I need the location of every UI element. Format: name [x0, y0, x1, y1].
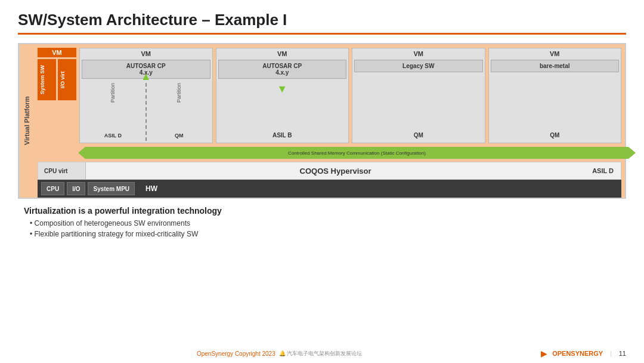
vm3-label: VM: [354, 50, 483, 57]
footer-divider: |: [610, 350, 612, 357]
bullet-2: • Flexible partitioning strategy for mix…: [30, 229, 620, 239]
vm2-label: VM: [218, 50, 347, 57]
bottom-text: Virtualization is a powerful integration…: [18, 206, 626, 239]
vm2-content: AUTOSAR CP4.x.y: [218, 60, 347, 79]
partition-label-1: Partition: [110, 83, 116, 103]
vm4-bottom: QM: [550, 132, 559, 139]
hw-cpu: CPU: [41, 182, 64, 195]
shared-memory-label: Controlled Shared Memory Communication (…: [288, 150, 426, 156]
vm-block-3: VM Legacy SW QM: [352, 48, 485, 143]
diagram-top: Virtual Platform VM System SW I/O virt: [19, 44, 625, 198]
vms-row: VM System SW I/O virt VM AUTOSAR CP4.x.y…: [38, 48, 621, 143]
system-sw-box: System SW: [38, 59, 56, 100]
page-number: 11: [619, 350, 626, 357]
footer-right: ▶ OPENSYNERGY | 11: [541, 349, 626, 358]
vm4-content: bare-metal: [491, 60, 620, 72]
vm2-down-arrow: ▼: [277, 83, 287, 96]
vm2-bottom: ASIL B: [273, 132, 292, 139]
hypervisor-title: COQOS Hypervisor: [86, 167, 585, 176]
bullet-1: • Composition of heterogeneous SW enviro…: [30, 218, 620, 229]
vm-block-4: VM bare-metal QM: [488, 48, 622, 143]
arrow-right: [628, 147, 636, 159]
slide-title: SW/System Architecture – Example I: [18, 11, 626, 35]
arrow-left: [78, 147, 85, 159]
shared-memory-area: Controlled Shared Memory Communication (…: [38, 147, 621, 159]
opensynergy-logo: OPENSYNERGY: [552, 350, 603, 357]
io-virt-box: I/O virt: [58, 59, 76, 100]
vm1-content: AUTOSAR CP4.x.y: [82, 60, 210, 79]
vm-left-inner: System SW I/O virt: [38, 59, 76, 100]
hw-io: I/O: [67, 182, 85, 195]
partition-label-2: Partition: [176, 83, 182, 103]
opensynergy-icon: ▶: [541, 349, 547, 358]
watermark-text: 🔔 汽车电子电气架构创新发展论坛: [279, 350, 363, 358]
hypervisor-row: CPU virt COQOS Hypervisor ASIL D: [38, 162, 621, 180]
copyright-text: OpenSynergy Copyright 2023: [197, 350, 275, 357]
hw-row: CPU I/O System MPU HW: [38, 180, 621, 198]
vm3-bottom: QM: [414, 132, 423, 139]
vm-left-col: VM System SW I/O virt: [38, 48, 76, 100]
footer-center: OpenSynergy Copyright 2023 🔔 汽车电子电气架构创新发…: [197, 350, 362, 358]
qm-label-1: QM: [175, 133, 184, 141]
hypervisor-asil: ASIL D: [585, 167, 621, 174]
vm-block-2: VM AUTOSAR CP4.x.y ▼ ASIL B: [216, 48, 349, 143]
hw-system-mpu: System MPU: [88, 182, 135, 195]
vm-left-label: VM: [38, 48, 76, 57]
cpu-virt-label: CPU virt: [38, 162, 86, 179]
diagram-content: VM System SW I/O virt VM AUTOSAR CP4.x.y…: [34, 44, 625, 198]
hw-label: HW: [145, 184, 157, 193]
vm4-label: VM: [491, 50, 620, 57]
vm-block-1: VM AUTOSAR CP4.x.y Partition ASIL D Part…: [79, 48, 213, 143]
vm3-content: Legacy SW: [354, 60, 483, 72]
asil-d-label: ASIL D: [104, 133, 122, 141]
diagram-wrapper: Virtual Platform VM System SW I/O virt: [18, 43, 626, 199]
bottom-title: Virtualization is a powerful integration…: [24, 206, 620, 216]
shared-memory-bar: Controlled Shared Memory Communication (…: [85, 147, 628, 159]
slide: SW/System Architecture – Example I Virtu…: [0, 0, 644, 363]
platform-label: Virtual Platform: [19, 44, 34, 198]
footer: OpenSynergy Copyright 2023 🔔 汽车电子电气架构创新发…: [0, 349, 644, 358]
vm1-label: VM: [82, 50, 210, 57]
